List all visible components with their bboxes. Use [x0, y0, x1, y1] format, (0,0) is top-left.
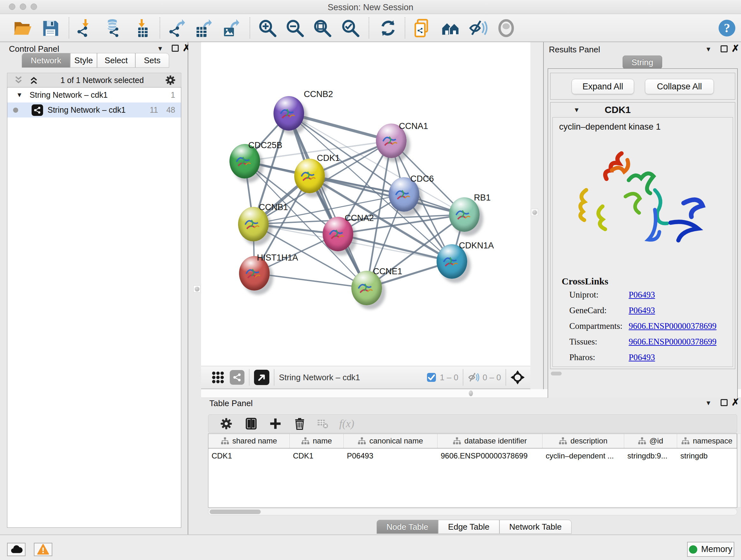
- collapse-all-button[interactable]: Collapse All: [645, 79, 714, 94]
- crosslink-value-link[interactable]: P06493: [629, 290, 655, 300]
- gene-expander-icon[interactable]: ▼: [574, 106, 580, 114]
- node-CCNB2[interactable]: [273, 96, 304, 131]
- table-cell[interactable]: P06493: [344, 449, 437, 463]
- right-splitter-handle[interactable]: [531, 209, 538, 216]
- import-network-icon[interactable]: [75, 18, 94, 38]
- collapse-all-icon[interactable]: [13, 75, 24, 85]
- import-table-icon[interactable]: [132, 18, 151, 38]
- network-from-selection-icon[interactable]: [412, 18, 431, 38]
- network-row[interactable]: String Network – cdk1 11 48: [7, 103, 181, 118]
- crosshair-icon[interactable]: [511, 370, 525, 384]
- crosslink-value-link[interactable]: 9606.ENSP00000378699: [629, 321, 717, 331]
- show-columns-icon[interactable]: [245, 417, 258, 430]
- export-table-icon[interactable]: [194, 18, 213, 38]
- grid-view-icon[interactable]: [211, 371, 225, 384]
- table-cell[interactable]: CDK1: [208, 449, 290, 463]
- memory-button[interactable]: Memory: [687, 542, 734, 557]
- column-header-name[interactable]: name: [290, 434, 344, 448]
- expand-all-icon[interactable]: [28, 75, 39, 85]
- control-panel-float-icon[interactable]: ▼: [157, 45, 163, 52]
- tab-select[interactable]: Select: [97, 53, 135, 68]
- cloud-icon: [10, 543, 23, 556]
- create-column-icon[interactable]: [269, 417, 282, 430]
- table-panel-float-icon[interactable]: ▼: [705, 399, 712, 407]
- crosslink-value-link[interactable]: 9606.ENSP00000378699: [629, 337, 717, 347]
- zoom-in-icon[interactable]: [258, 18, 277, 38]
- export-image-icon[interactable]: [221, 18, 241, 38]
- table-cell[interactable]: stringdb:9...: [624, 449, 677, 463]
- results-panel-undock-icon[interactable]: [721, 45, 728, 52]
- show-all-icon[interactable]: [496, 18, 516, 38]
- table-panel-close-icon[interactable]: ✗: [731, 396, 739, 408]
- toolbar-separator: [463, 369, 463, 386]
- first-neighbors-icon[interactable]: [441, 18, 460, 38]
- column-header-label: shared name: [232, 436, 277, 445]
- export-network-icon[interactable]: [167, 18, 186, 38]
- network-options-gear-icon[interactable]: [165, 75, 176, 85]
- table-panel-undock-icon[interactable]: [721, 399, 728, 406]
- network-collection-row[interactable]: ▼ String Network – cdk1 1: [7, 87, 181, 103]
- table-row[interactable]: CDK1CDK1P064939606.ENSP00000378699cyclin…: [208, 449, 737, 463]
- results-panel-close-icon[interactable]: ✗: [731, 43, 739, 54]
- selected-checkbox-icon[interactable]: [427, 373, 436, 382]
- control-panel-undock-icon[interactable]: [172, 45, 179, 52]
- tab-string[interactable]: String: [623, 56, 662, 69]
- delete-column-icon[interactable]: [293, 417, 306, 430]
- protein-ribbon-thumbnail: [453, 204, 473, 224]
- save-session-icon[interactable]: [41, 18, 60, 38]
- tab-network[interactable]: Network: [22, 53, 70, 68]
- network-nodes-layer: CCNB2CCNA1CDC25BCDK1CDC6RB1CCNB1CCNA2CDK…: [201, 42, 530, 366]
- column-type-icon: [681, 437, 690, 445]
- column-header-canonical-name[interactable]: canonical name: [344, 434, 437, 448]
- column-header-database-identifier[interactable]: database identifier: [437, 434, 542, 448]
- column-type-icon: [358, 437, 366, 445]
- table-hscroll-thumb[interactable]: [210, 509, 261, 514]
- table-cell[interactable]: stringdb: [677, 449, 737, 463]
- zoom-fit-icon[interactable]: [313, 18, 332, 38]
- zoom-selected-icon[interactable]: [341, 18, 360, 38]
- crosslink-value-link[interactable]: P06493: [629, 306, 655, 315]
- tab-edge-table[interactable]: Edge Table: [438, 520, 499, 534]
- tab-style[interactable]: Style: [70, 53, 97, 68]
- main-toolbar: ?: [0, 14, 741, 42]
- toolbar-separator: [249, 369, 250, 386]
- crosslink-value-link[interactable]: P06493: [629, 353, 655, 362]
- import-network-from-database-icon[interactable]: [103, 18, 122, 38]
- hide-selection-icon[interactable]: [468, 18, 488, 38]
- network-share-view-button[interactable]: [230, 370, 245, 385]
- column-header-namespace[interactable]: namespace: [677, 434, 737, 448]
- open-session-icon[interactable]: [13, 18, 32, 38]
- expand-all-button[interactable]: Expand All: [571, 79, 634, 94]
- tab-sets[interactable]: Sets: [135, 53, 169, 68]
- apply-preferred-layout-icon[interactable]: [379, 18, 398, 38]
- table-options-gear-icon[interactable]: [220, 417, 232, 430]
- right-splitter[interactable]: [530, 42, 543, 389]
- table-horizontal-scrollbar[interactable]: [208, 508, 737, 515]
- results-panel-float-icon[interactable]: ▼: [705, 46, 712, 53]
- help-icon[interactable]: ?: [718, 18, 737, 38]
- birds-eye-view-button[interactable]: [254, 370, 269, 385]
- node-CDK1[interactable]: [294, 159, 325, 193]
- collection-expander-icon[interactable]: ▼: [16, 91, 23, 99]
- column-header--id[interactable]: @id: [624, 434, 677, 448]
- table-vertical-scrollbar[interactable]: [737, 434, 741, 508]
- results-hscroll-thumb[interactable]: [551, 372, 562, 375]
- column-header-description[interactable]: description: [542, 434, 624, 448]
- table-cell[interactable]: CDK1: [290, 449, 344, 463]
- network-view[interactable]: CCNB2CCNA1CDC25BCDK1CDC6RB1CCNB1CCNA2CDK…: [201, 42, 530, 366]
- tab-network-table[interactable]: Network Table: [499, 520, 571, 534]
- bottom-splitter-handle[interactable]: [467, 390, 474, 397]
- column-header-label: namespace: [693, 436, 732, 445]
- table-cell[interactable]: 9606.ENSP00000378699: [437, 449, 542, 463]
- tab-node-table[interactable]: Node Table: [377, 520, 438, 534]
- gene-section-header[interactable]: ▼ CDK1: [550, 103, 735, 117]
- column-header-shared-name[interactable]: shared name: [208, 434, 290, 448]
- crosslink-row: Compartments:9606.ENSP00000378699: [569, 321, 729, 331]
- left-splitter[interactable]: [188, 42, 201, 535]
- table-cell[interactable]: cyclin–dependent ...: [542, 449, 624, 463]
- left-splitter-handle[interactable]: [193, 286, 200, 293]
- cloud-status-button[interactable]: [7, 543, 25, 556]
- memory-status-dot: [689, 545, 697, 554]
- warnings-button[interactable]: [34, 543, 52, 556]
- zoom-out-icon[interactable]: [285, 18, 305, 38]
